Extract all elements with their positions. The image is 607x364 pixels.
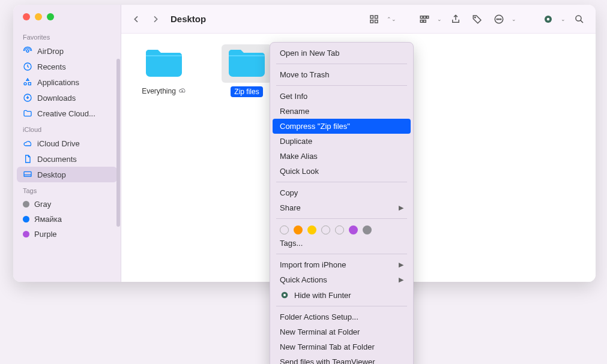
sidebar-tag-yamaika[interactable]: Ямайка — [17, 212, 117, 227]
ctx-rename[interactable]: Rename — [270, 104, 413, 119]
sidebar-item-creative-cloud[interactable]: Creative Cloud... — [17, 106, 117, 121]
sidebar-item-label: Documents — [37, 155, 77, 164]
download-icon — [23, 93, 32, 103]
file-label: Everything — [142, 86, 186, 96]
tag-color-purple[interactable] — [349, 225, 358, 234]
sidebar-tag-gray[interactable]: Gray — [17, 197, 117, 212]
sidebar-item-airdrop[interactable]: AirDrop — [17, 43, 117, 59]
fullscreen-window-button[interactable] — [47, 13, 54, 20]
desktop-icon — [23, 170, 32, 179]
sidebar-item-applications[interactable]: Applications — [17, 74, 117, 90]
ctx-quick-look[interactable]: Quick Look — [270, 164, 413, 179]
ctx-hide-with-funter[interactable]: Hide with Funter — [270, 287, 413, 303]
funter-chevron-icon: ⌄ — [561, 16, 566, 22]
sidebar-item-label: Purple — [34, 230, 57, 239]
sidebar-item-label: Gray — [34, 200, 51, 209]
sidebar-tag-purple[interactable]: Purple — [17, 227, 117, 242]
ctx-separator — [276, 218, 407, 219]
share-button[interactable] — [448, 13, 464, 26]
ctx-quick-actions[interactable]: Quick Actions▶ — [270, 272, 413, 287]
back-button[interactable] — [130, 13, 143, 26]
ctx-send-teamviewer[interactable]: Send files with TeamViewer — [270, 354, 413, 364]
forward-button[interactable] — [149, 13, 162, 26]
clock-icon — [23, 62, 32, 71]
ctx-copy[interactable]: Copy — [270, 185, 413, 200]
svg-point-19 — [547, 17, 550, 20]
sidebar-section-tags: Tags — [13, 182, 121, 197]
sidebar-item-recents[interactable]: Recents — [17, 59, 117, 74]
tag-color-orange[interactable] — [294, 225, 303, 234]
svg-point-20 — [576, 16, 581, 21]
sidebar-item-downloads[interactable]: Downloads — [17, 90, 117, 106]
sidebar-item-label: iCloud Drive — [37, 139, 80, 148]
ctx-make-alias[interactable]: Make Alias — [270, 149, 413, 164]
toolbar: Desktop ⌃⌄ ⌄ ⌄ ⌄ — [121, 5, 596, 34]
svg-point-13 — [475, 17, 476, 18]
funter-toolbar-button[interactable] — [540, 13, 556, 26]
svg-point-17 — [500, 19, 501, 20]
tag-dot-icon — [23, 231, 29, 237]
svg-rect-3 — [24, 172, 31, 176]
actions-button[interactable] — [491, 13, 507, 26]
ctx-new-terminal-tab[interactable]: New Terminal Tab at Folder — [270, 339, 413, 354]
submenu-arrow-icon: ▶ — [399, 261, 403, 269]
ctx-open-new-tab[interactable]: Open in New Tab — [270, 46, 413, 61]
sidebar-item-label: Recents — [37, 62, 66, 71]
sidebar-item-documents[interactable]: Documents — [17, 151, 117, 167]
ctx-separator — [276, 182, 407, 182]
tag-color-yellow[interactable] — [307, 225, 316, 234]
sidebar-item-icloud-drive[interactable]: iCloud Drive — [17, 136, 117, 151]
sidebar-item-label: Downloads — [37, 94, 76, 103]
ctx-tag-colors — [270, 222, 413, 236]
view-icons-button[interactable] — [366, 13, 382, 26]
folder-everything[interactable]: Everything — [131, 44, 197, 96]
search-button[interactable] — [572, 13, 587, 26]
sidebar-item-label: Desktop — [37, 170, 66, 179]
ctx-duplicate[interactable]: Duplicate — [270, 134, 413, 149]
sidebar-section-icloud: iCloud — [13, 121, 121, 136]
group-chevron-icon: ⌄ — [437, 16, 442, 22]
ctx-new-terminal[interactable]: New Terminal at Folder — [270, 324, 413, 339]
svg-rect-10 — [427, 16, 429, 18]
minimize-window-button[interactable] — [35, 13, 42, 20]
folder-icon — [139, 44, 189, 83]
ctx-share[interactable]: Share▶ — [270, 200, 413, 215]
cloud-icon — [23, 139, 32, 148]
ctx-folder-actions[interactable]: Folder Actions Setup... — [270, 309, 413, 324]
applications-icon — [23, 77, 32, 87]
tag-color-none[interactable] — [280, 225, 289, 234]
tag-color-gray[interactable] — [363, 225, 372, 234]
ctx-import-iphone[interactable]: Import from iPhone▶ — [270, 257, 413, 272]
ctx-compress[interactable]: Compress "Zip files" — [273, 119, 411, 134]
sidebar-item-label: Ямайка — [34, 215, 62, 224]
location-title: Desktop — [171, 14, 206, 24]
ctx-separator — [276, 306, 407, 306]
funter-icon — [280, 290, 289, 300]
tags-button[interactable] — [470, 13, 485, 26]
svg-rect-7 — [375, 20, 378, 23]
sidebar-item-label: AirDrop — [37, 47, 64, 56]
svg-point-16 — [498, 19, 500, 20]
tag-color-empty[interactable] — [321, 225, 330, 234]
submenu-arrow-icon: ▶ — [399, 276, 403, 284]
svg-point-15 — [497, 19, 498, 20]
group-button[interactable] — [417, 13, 432, 26]
svg-point-22 — [283, 294, 286, 296]
airdrop-icon — [23, 46, 32, 56]
ctx-tags[interactable]: Tags... — [270, 236, 413, 251]
actions-chevron-icon: ⌄ — [512, 16, 516, 22]
sidebar-item-desktop[interactable]: Desktop — [17, 167, 117, 182]
svg-rect-11 — [420, 20, 423, 22]
svg-rect-12 — [424, 20, 426, 22]
file-label: Zip files — [231, 86, 262, 97]
svg-rect-4 — [370, 16, 373, 19]
folder-icon — [222, 44, 272, 83]
ctx-get-info[interactable]: Get Info — [270, 89, 413, 104]
tag-color-empty[interactable] — [335, 225, 344, 234]
sidebar-scrollbar[interactable] — [116, 59, 120, 227]
ctx-move-to-trash[interactable]: Move to Trash — [270, 67, 413, 82]
ctx-separator — [276, 64, 407, 64]
sidebar-section-favorites: Favorites — [13, 29, 121, 43]
close-window-button[interactable] — [23, 13, 30, 20]
tag-dot-icon — [23, 216, 29, 222]
